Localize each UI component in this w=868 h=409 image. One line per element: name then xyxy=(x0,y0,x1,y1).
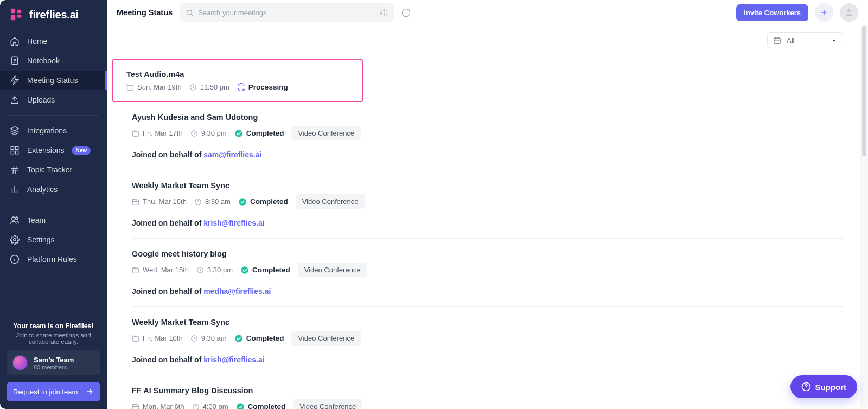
sidebar-item-label: Extensions xyxy=(27,146,64,155)
check-circle-icon xyxy=(240,266,249,274)
clock-icon xyxy=(190,130,198,137)
joined-email-link[interactable]: sam@fireflies.ai xyxy=(203,150,261,159)
joined-on-behalf: Joined on behalf of sam@fireflies.ai xyxy=(132,150,843,159)
svg-point-73 xyxy=(241,266,248,273)
svg-rect-68 xyxy=(133,267,139,272)
meeting-meta-row: Sun, Mar 19th11:50 pmProcessing xyxy=(126,83,349,91)
sidebar-item-topic-tracker[interactable]: Topic Tracker xyxy=(0,160,107,180)
brand-logo[interactable]: fireflies.ai xyxy=(0,0,107,31)
svg-rect-11 xyxy=(11,146,14,149)
joined-on-behalf: Joined on behalf of medha@fireflies.ai xyxy=(132,287,843,296)
meeting-tag: Video Conference xyxy=(291,331,361,346)
check-circle-icon xyxy=(234,334,243,343)
support-button[interactable]: Support xyxy=(790,375,858,398)
page-title: Meeting Status xyxy=(117,8,173,17)
sidebar-item-settings[interactable]: Settings xyxy=(0,230,107,250)
filter-select[interactable]: All xyxy=(767,32,843,48)
invite-coworkers-button[interactable]: Invite Coworkers xyxy=(736,4,808,21)
meeting-title: Google meet history blog xyxy=(132,250,843,258)
help-icon xyxy=(801,382,811,392)
check-circle-icon xyxy=(238,197,247,206)
search-input[interactable] xyxy=(198,9,375,17)
svg-point-24 xyxy=(14,239,16,241)
meeting-card[interactable]: Weekly Market Team SyncFri, Mar 10th9:30… xyxy=(132,307,843,375)
sidebar-item-home[interactable]: Home xyxy=(0,31,107,51)
meeting-meta-row: Wed, Mar 15th3:30 pmCompletedVideo Confe… xyxy=(132,263,843,277)
meeting-date: Thu, Mar 16th xyxy=(132,197,187,206)
meeting-status: Completed xyxy=(234,334,284,343)
search-box[interactable] xyxy=(180,3,394,22)
clock-icon xyxy=(194,198,202,206)
meeting-card[interactable]: FF AI Summary Blog DiscussionMon, Mar 6t… xyxy=(132,375,843,409)
sidebar-item-meeting-status[interactable]: Meeting Status xyxy=(0,71,107,90)
clock-icon xyxy=(190,335,198,342)
meeting-meta-row: Fri, Mar 17th9:30 pmCompletedVideo Confe… xyxy=(132,126,843,140)
clock-icon xyxy=(189,84,197,91)
meeting-list: Test Audio.m4aSun, Mar 19th11:50 pmProce… xyxy=(107,52,868,409)
svg-rect-13 xyxy=(11,151,14,154)
nav-separator xyxy=(8,204,99,205)
grid-icon xyxy=(10,145,20,155)
meeting-time: 8:30 am xyxy=(194,197,231,206)
sidebar-item-uploads[interactable]: Uploads xyxy=(0,90,107,110)
upload-icon xyxy=(10,95,20,105)
user-icon xyxy=(844,8,854,17)
notebook-icon xyxy=(10,56,20,66)
sidebar-item-label: Integrations xyxy=(27,126,67,135)
team-card[interactable]: Sam's Team 80 members xyxy=(7,350,100,375)
sidebar-bottom: Your team is on Fireflies! Join to share… xyxy=(0,322,107,409)
svg-line-17 xyxy=(13,166,14,174)
team-note-title: Your team is on Fireflies! xyxy=(7,322,100,330)
meeting-time: 9:30 pm xyxy=(190,129,227,137)
meeting-status: Completed xyxy=(240,266,290,274)
sidebar-item-label: Analytics xyxy=(27,185,58,194)
info-icon[interactable] xyxy=(401,8,411,17)
svg-marker-10 xyxy=(11,127,19,131)
meeting-card[interactable]: Test Audio.m4aSun, Mar 19th11:50 pmProce… xyxy=(112,59,363,102)
request-join-button[interactable]: Request to join team xyxy=(7,382,100,401)
sidebar-item-team[interactable]: Team xyxy=(0,210,107,230)
sidebar-item-label: Settings xyxy=(27,235,55,244)
meeting-date: Fri, Mar 10th xyxy=(132,334,183,342)
add-button[interactable] xyxy=(815,3,833,22)
joined-email-link[interactable]: krish@fireflies.ai xyxy=(203,355,264,364)
meeting-card[interactable]: Weekly Market Team SyncThu, Mar 16th8:30… xyxy=(132,170,843,239)
calendar-icon xyxy=(132,335,139,342)
svg-line-18 xyxy=(16,166,17,174)
sidebar-item-notebook[interactable]: Notebook xyxy=(0,51,107,71)
clock-icon xyxy=(196,266,204,274)
joined-email-link[interactable]: krish@fireflies.ai xyxy=(203,219,264,227)
meeting-meta-row: Mon, Mar 6th4:00 pmCompletedVideo Confer… xyxy=(132,399,843,409)
svg-rect-12 xyxy=(16,146,18,149)
svg-line-30 xyxy=(192,14,193,16)
svg-marker-8 xyxy=(11,76,18,85)
sidebar-item-analytics[interactable]: Analytics xyxy=(0,180,107,199)
sync-icon xyxy=(237,83,245,91)
svg-point-85 xyxy=(237,403,244,409)
svg-point-45 xyxy=(847,9,851,12)
sidebar-item-label: Home xyxy=(27,37,47,46)
user-avatar[interactable] xyxy=(840,3,858,22)
home-icon xyxy=(10,36,20,46)
joined-email-link[interactable]: medha@fireflies.ai xyxy=(203,287,271,296)
logo-icon xyxy=(10,8,24,22)
meeting-title: FF AI Summary Blog Discussion xyxy=(132,386,843,395)
meeting-card[interactable]: Ayush Kudesia and Sam UdotongFri, Mar 17… xyxy=(132,102,843,170)
sidebar-item-extensions[interactable]: Extensions New xyxy=(0,140,107,160)
sliders-icon[interactable] xyxy=(380,8,388,17)
meeting-title: Weekly Market Team Sync xyxy=(132,181,843,190)
clock-icon xyxy=(192,403,200,410)
svg-rect-51 xyxy=(127,85,133,90)
sidebar-item-integrations[interactable]: Integrations xyxy=(0,121,107,140)
meeting-status: Completed xyxy=(234,129,284,138)
team-note-subtitle: Join to share meetings and collaborate e… xyxy=(7,330,100,350)
sidebar-item-label: Team xyxy=(27,216,46,225)
meeting-meta-row: Thu, Mar 16th8:30 amCompletedVideo Confe… xyxy=(132,194,843,209)
lightning-icon xyxy=(10,75,20,85)
sidebar-item-label: Notebook xyxy=(27,56,60,65)
calendar-icon xyxy=(132,403,139,410)
sidebar-nav: Home Notebook Meeting Status Uploads Int… xyxy=(0,31,107,269)
meeting-tag: Video Conference xyxy=(293,399,362,409)
meeting-card[interactable]: Google meet history blogWed, Mar 15th3:3… xyxy=(132,239,843,307)
sidebar-item-platform-rules[interactable]: Platform Rules xyxy=(0,250,107,269)
